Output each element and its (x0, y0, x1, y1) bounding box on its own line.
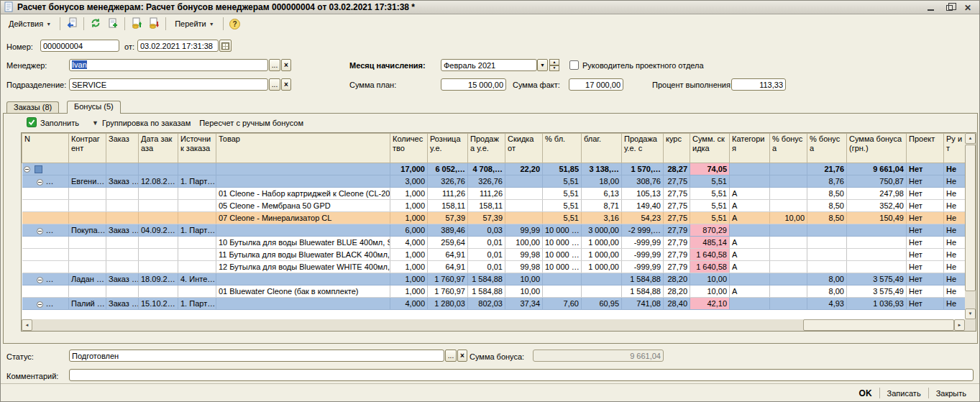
cell-kontragent[interactable]: Палий … (69, 298, 106, 310)
cell-zakaz[interactable] (106, 237, 139, 249)
cell-n[interactable] (22, 212, 69, 224)
cell-kurs[interactable]: 27,79 (664, 249, 690, 261)
column-header-n[interactable]: N (22, 134, 69, 163)
cell-n[interactable] (22, 188, 69, 200)
cell-zakaz[interactable] (106, 200, 139, 212)
cell-tovar[interactable] (216, 273, 390, 285)
cell-pct-bonusa-2[interactable]: 8,76 (807, 175, 847, 188)
cell-kontragent[interactable] (69, 200, 106, 212)
cell-kontragent[interactable] (69, 249, 106, 261)
cell-prodazha-ue[interactable]: 158,11 (468, 200, 505, 212)
cell-data-zakaza[interactable] (139, 200, 178, 212)
cell-pct-bonusa-1[interactable] (770, 188, 807, 200)
cell-proekt[interactable]: Нет (907, 298, 944, 310)
cell-blag[interactable]: 3 138,… (582, 163, 622, 175)
percent-field[interactable] (731, 78, 786, 91)
cell-pct-bonusa-1[interactable] (770, 200, 807, 212)
collapse-icon[interactable] (37, 301, 43, 308)
cell-prodazha-ue[interactable]: 111,26 (468, 188, 505, 200)
cell-pct-bonusa-2[interactable]: 4,93 (807, 298, 847, 310)
cell-kolichestvo[interactable]: 17,000 (390, 163, 428, 175)
cell-pct-bonusa-1[interactable] (770, 237, 807, 249)
number-field[interactable] (40, 40, 119, 52)
cell-pct-bonusa-2[interactable] (807, 261, 847, 273)
cell-kontragent[interactable] (69, 163, 106, 175)
fact-sum-field[interactable] (569, 78, 623, 91)
cell-kurs[interactable]: 27,79 (664, 224, 690, 237)
cell-kontragent[interactable] (69, 261, 106, 273)
cell-pct-bl[interactable]: 5,51 (543, 212, 582, 224)
cell-kontragent[interactable] (69, 188, 106, 200)
column-header-prodazha-ue[interactable]: Продажа у.е. (468, 134, 505, 163)
column-header-summa-bonusa-grn[interactable]: Сумма бонуса (грн.) (847, 134, 907, 163)
cell-data-zakaza[interactable]: 04.09.2… (139, 224, 178, 237)
post-with-movements-button[interactable] (129, 16, 145, 32)
cell-n[interactable]: … (22, 175, 69, 188)
collapse-icon[interactable] (37, 277, 43, 283)
column-header-blag[interactable]: благ. (582, 134, 622, 163)
column-header-proekt[interactable]: Проект (907, 134, 944, 163)
cell-summa-bonusa-grn[interactable]: 150,49 (847, 212, 907, 224)
month-dropdown-button[interactable]: ▼ (537, 59, 548, 71)
cell-blag[interactable]: 1 000,00 (582, 261, 622, 273)
cell-proekt[interactable]: Нет (907, 163, 944, 175)
table-row[interactable]: …Евгени…Заказ …12.08.2…1. Парт…3,000326,… (22, 175, 966, 188)
cell-blag[interactable]: 3,16 (582, 212, 622, 224)
cell-istochnik-zakaza[interactable]: 4. Инте… (178, 273, 216, 285)
cell-blag[interactable]: 18,00 (582, 175, 622, 188)
cell-summa-bonusa-grn[interactable] (847, 237, 907, 249)
manager-browse-button[interactable]: ... (269, 59, 280, 71)
table-row[interactable]: 05 Cleone - Мембрана 50 GPD1,000158,1115… (22, 200, 966, 212)
cell-tovar[interactable]: 07 Cleone - Минерализатор CL (216, 212, 390, 224)
cell-kontragent[interactable] (69, 237, 106, 249)
scroll-up-button[interactable]: ▲ (965, 133, 976, 144)
fill-button[interactable]: Заполнить (24, 116, 82, 130)
ok-button[interactable]: OK (852, 386, 879, 401)
scroll-down-button[interactable]: ▼ (965, 309, 976, 319)
cell-prodazha-ue[interactable]: 802,03 (468, 298, 505, 310)
cell-pct-bonusa-2[interactable] (807, 224, 847, 237)
cell-proekt[interactable]: Нет (907, 175, 944, 188)
cell-pct-bonusa-1[interactable]: 10,00 (770, 212, 807, 224)
cell-pct-bl[interactable] (543, 285, 582, 298)
cell-blag[interactable]: 8,71 (582, 200, 622, 212)
cell-n[interactable] (22, 249, 69, 261)
cell-prodazha-ue[interactable]: 57,39 (468, 212, 505, 224)
cell-kategoriya[interactable] (730, 273, 770, 285)
tab-orders[interactable]: Заказы (8) (6, 101, 59, 113)
column-header-summ-skidka[interactable]: Сумм. скидка (690, 134, 730, 163)
close-form-button[interactable]: Закрыть (929, 387, 974, 400)
cell-summ-skidka[interactable]: 870,29 (690, 224, 730, 237)
vertical-scroll-thumb[interactable] (965, 145, 976, 291)
table-row[interactable]: …Палий …Заказ …15.10.2…1. Парт…4,0001 28… (22, 298, 966, 310)
cell-data-zakaza[interactable] (139, 163, 178, 175)
tab-bonuses[interactable]: Бонусы (5) (67, 101, 121, 114)
cell-kolichestvo[interactable]: 1,000 (390, 261, 428, 273)
cell-pct-bl[interactable]: 5,51 (543, 175, 582, 188)
cell-ruk-itog[interactable]: Не (944, 298, 966, 310)
plan-sum-field[interactable] (441, 78, 506, 91)
status-clear-button[interactable]: × (457, 350, 467, 362)
cell-skidka-ot[interactable] (505, 200, 543, 212)
cell-summa-bonusa-grn[interactable] (847, 224, 907, 237)
cell-n[interactable] (22, 200, 69, 212)
cell-pct-bl[interactable]: 51,85 (543, 163, 582, 175)
cell-kategoriya[interactable] (730, 175, 770, 188)
cell-proekt[interactable]: Нет (907, 224, 944, 237)
cell-pct-bonusa-1[interactable] (770, 175, 807, 188)
cell-proekt[interactable]: Нет (907, 261, 944, 273)
cell-ruk-itog[interactable]: Не (944, 237, 966, 249)
cell-kontragent[interactable]: Евгени… (69, 175, 106, 188)
column-header-pct-bl[interactable]: % бл. (543, 134, 582, 163)
cell-data-zakaza[interactable] (139, 188, 178, 200)
cell-roznitsa-ue[interactable]: 57,39 (428, 212, 468, 224)
cell-n[interactable]: … (22, 273, 69, 285)
cell-zakaz[interactable]: Заказ … (106, 298, 139, 310)
cell-kolichestvo[interactable]: 1,000 (390, 200, 428, 212)
cell-ruk-itog[interactable]: Не (944, 261, 966, 273)
cell-kategoriya[interactable]: А (730, 188, 770, 200)
cell-roznitsa-ue[interactable]: 1 280,03 (428, 298, 468, 310)
cell-pct-bl[interactable]: 10 000 … (543, 237, 582, 249)
cell-istochnik-zakaza[interactable] (178, 285, 216, 298)
cell-skidka-ot[interactable]: 99,98 (505, 249, 543, 261)
